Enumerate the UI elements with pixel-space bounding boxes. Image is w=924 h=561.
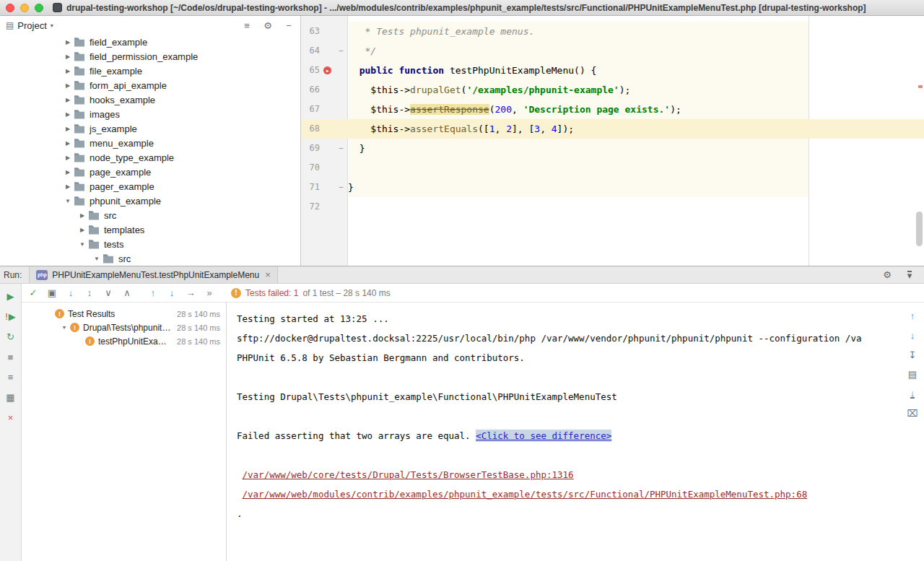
editor-line-64: 64− */ [301,41,924,61]
project-item-hooks_example[interactable]: ▶hooks_example [0,92,300,107]
test-name: Drupal\Tests\phpunit_ex... [83,323,173,333]
close-window-button[interactable] [6,4,14,12]
test-tree-item[interactable]: ▼!Drupal\Tests\phpunit_ex...28 s 140 ms [22,321,226,334]
project-item-src[interactable]: ▼src [0,251,300,266]
close-button[interactable]: × [5,412,17,423]
project-item-field_example[interactable]: ▶field_example [0,35,300,49]
restore-layout-button[interactable]: ▦ [5,391,17,403]
chevron-down-icon[interactable]: ▼ [62,198,74,204]
code-line-text[interactable] [348,197,924,217]
editor-line-69: 69− } [301,139,924,158]
code-line-text[interactable]: } [348,178,924,197]
console-text: Testing Drupal\Tests\phpunit_example\Fun… [237,391,617,402]
soft-wrap-icon[interactable]: ▤ [907,368,918,380]
hide-panel-icon[interactable]: ▾ [904,269,915,281]
show-passed-icon[interactable]: ✓ [27,287,39,299]
stop-button[interactable]: ■ [5,351,17,362]
project-item-src[interactable]: ▶src [0,208,300,222]
project-item-node_type_example[interactable]: ▶node_type_example [0,150,300,165]
code-line-text[interactable] [348,158,924,178]
project-item-js_example[interactable]: ▶js_example [0,121,300,136]
chevron-right-icon[interactable]: ▶ [62,140,74,147]
previous-occurrence-icon[interactable]: ↑ [147,287,159,299]
next-stacktrace-icon[interactable]: ↓ [907,329,918,341]
clear-console-icon[interactable]: ⌧ [907,407,918,419]
chevron-right-icon[interactable]: ▶ [77,212,88,219]
failed-test-gutter-icon[interactable] [320,61,334,80]
code-line-text[interactable]: $this->assertEquals([1, 2], [3, 4]); [348,119,924,139]
diff-link[interactable]: <Click to see difference> [476,430,611,442]
chevron-right-icon[interactable]: ▶ [62,155,74,161]
chevron-right-icon[interactable]: ▶ [62,169,74,175]
stack-link-menutest[interactable]: /var/www/web/modules/contrib/examples/ph… [243,489,808,500]
test-tree-item[interactable]: !Test Results28 s 140 ms [22,307,226,321]
close-tab-icon[interactable]: × [265,269,271,280]
rerun-button[interactable]: ▶ [5,290,17,302]
expand-all-icon[interactable]: ∨ [103,287,114,299]
chevron-down-icon[interactable]: ▼ [77,241,88,248]
minimize-window-button[interactable] [20,4,29,12]
project-item-file_example[interactable]: ▶file_example [0,64,300,78]
code-editor[interactable]: 63 * Tests phpunit_example menus.64− */6… [301,16,924,266]
next-occurrence-icon[interactable]: ↓ [166,287,178,299]
chevron-right-icon[interactable]: ▶ [62,111,74,118]
editor-scrollbar[interactable] [916,212,923,246]
sort-by-duration-icon[interactable]: ↓ [65,287,77,299]
project-item-field_permission_example[interactable]: ▶field_permission_example [0,49,300,64]
project-item-images[interactable]: ▶images [0,107,300,121]
line-number: 63 [301,22,320,41]
chevron-right-icon[interactable]: ▶ [62,53,74,60]
chevron-right-icon[interactable]: ▶ [62,183,74,190]
import-test-results-icon[interactable]: → [185,287,196,299]
titlebar: drupal-testing-workshop [~/Code/os/drupa… [0,0,924,16]
hide-panel-icon[interactable]: − [283,19,295,31]
chevron-down-icon[interactable]: ▼ [58,325,70,330]
chevron-right-icon[interactable]: ▶ [62,126,74,132]
prev-stacktrace-icon[interactable]: ↑ [907,310,918,321]
settings-gear-icon[interactable]: ⚙ [262,19,274,31]
project-panel-title[interactable]: Project [17,20,46,31]
sort-alphabetically-icon[interactable]: ↕ [84,287,95,299]
project-item-phpunit_example[interactable]: ▼phpunit_example [0,193,300,208]
toggle-auto-test-button[interactable]: ↻ [5,331,17,342]
folder-icon [88,225,100,235]
stack-link-browsertestbase[interactable]: /var/www/web/core/tests/Drupal/Tests/Bro… [243,469,574,480]
project-item-form_api_example[interactable]: ▶form_api_example [0,78,300,92]
code-line-text[interactable]: } [348,139,924,158]
collapse-all-icon[interactable]: ∧ [121,287,133,299]
test-results-tree: !Test Results28 s 140 ms▼!Drupal\Tests\p… [22,303,227,561]
project-item-page_example[interactable]: ▶page_example [0,165,300,179]
show-ignored-icon[interactable]: ▣ [46,287,58,299]
code-line-text[interactable]: */ [348,41,924,61]
scroll-to-end-icon[interactable]: ↓ [907,388,918,399]
run-tab[interactable]: PHPUnitExampleMenuTest.testPhpUnitExampl… [29,266,277,283]
folder-icon [74,124,85,134]
chevron-right-icon[interactable]: ▶ [62,82,74,89]
project-item-tests[interactable]: ▼tests [0,237,300,251]
fold-marker-icon[interactable]: − [334,178,348,197]
chevron-right-icon[interactable]: ▶ [62,97,74,103]
code-line-text[interactable]: $this->drupalGet('/examples/phpunit-exam… [348,80,924,100]
overflow-icon[interactable]: » [204,287,215,299]
project-item-templates[interactable]: ▶templates [0,222,300,237]
code-line-text[interactable]: public function testPhpUnitExampleMenu()… [348,61,924,80]
run-settings-icon[interactable]: ⚙ [881,269,893,281]
test-history-button[interactable]: ≡ [5,371,17,383]
code-line-text[interactable]: * Tests phpunit_example menus. [348,22,924,41]
chevron-down-icon[interactable]: ▾ [51,22,53,29]
rerun-failed-tests-button[interactable]: !▶ [5,310,17,322]
chevron-right-icon[interactable]: ▶ [62,39,74,45]
test-tree-item[interactable]: !testPhpUnitExampleM...28 s 140 ms [22,334,226,348]
export-console-icon[interactable]: ↧ [907,349,918,360]
chevron-down-icon[interactable]: ▼ [91,256,103,262]
collapse-all-icon[interactable]: ≡ [241,19,253,31]
chevron-right-icon[interactable]: ▶ [77,227,88,233]
project-item-menu_example[interactable]: ▶menu_example [0,136,300,150]
console-output[interactable]: Testing started at 13:25 ...sftp://docke… [227,303,901,561]
code-line-text[interactable]: $this->assertResponse(200, 'Description … [348,100,924,119]
fold-marker-icon[interactable]: − [334,41,348,61]
project-item-pager_example[interactable]: ▶pager_example [0,179,300,193]
chevron-right-icon[interactable]: ▶ [62,68,74,74]
fold-marker-icon[interactable]: − [334,139,348,158]
zoom-window-button[interactable] [35,4,43,12]
